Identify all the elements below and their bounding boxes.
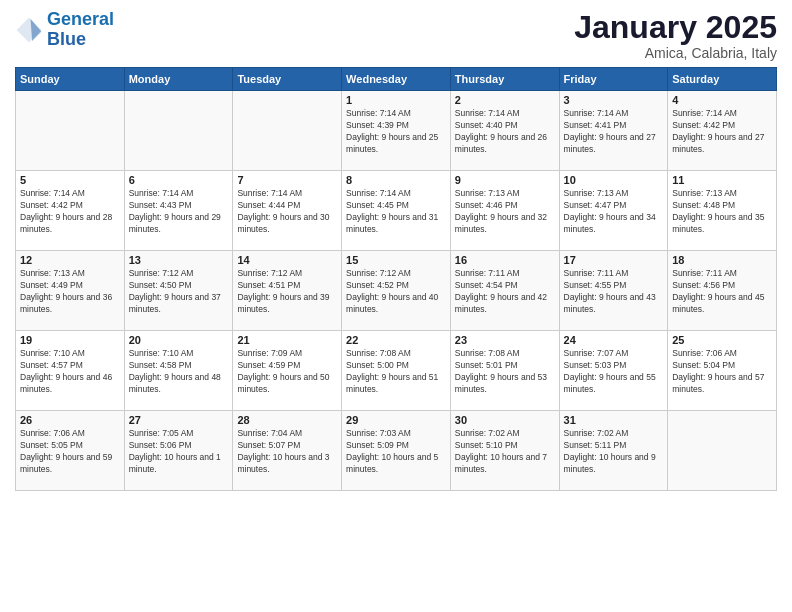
weekday-header-friday: Friday (559, 68, 668, 91)
calendar-cell: 26Sunrise: 7:06 AM Sunset: 5:05 PM Dayli… (16, 411, 125, 491)
svg-marker-1 (31, 19, 42, 41)
day-info: Sunrise: 7:14 AM Sunset: 4:41 PM Dayligh… (564, 108, 664, 156)
calendar-cell: 16Sunrise: 7:11 AM Sunset: 4:54 PM Dayli… (450, 251, 559, 331)
day-info: Sunrise: 7:14 AM Sunset: 4:40 PM Dayligh… (455, 108, 555, 156)
day-number: 4 (672, 94, 772, 106)
calendar-cell: 24Sunrise: 7:07 AM Sunset: 5:03 PM Dayli… (559, 331, 668, 411)
day-info: Sunrise: 7:14 AM Sunset: 4:43 PM Dayligh… (129, 188, 229, 236)
week-row-4: 19Sunrise: 7:10 AM Sunset: 4:57 PM Dayli… (16, 331, 777, 411)
day-info: Sunrise: 7:06 AM Sunset: 5:04 PM Dayligh… (672, 348, 772, 396)
calendar-cell: 3Sunrise: 7:14 AM Sunset: 4:41 PM Daylig… (559, 91, 668, 171)
calendar-table: SundayMondayTuesdayWednesdayThursdayFrid… (15, 67, 777, 491)
day-info: Sunrise: 7:12 AM Sunset: 4:50 PM Dayligh… (129, 268, 229, 316)
calendar-cell: 15Sunrise: 7:12 AM Sunset: 4:52 PM Dayli… (342, 251, 451, 331)
page: General Blue January 2025 Amica, Calabri… (0, 0, 792, 612)
calendar-cell (16, 91, 125, 171)
day-number: 30 (455, 414, 555, 426)
weekday-header-tuesday: Tuesday (233, 68, 342, 91)
calendar-cell: 19Sunrise: 7:10 AM Sunset: 4:57 PM Dayli… (16, 331, 125, 411)
calendar-cell: 25Sunrise: 7:06 AM Sunset: 5:04 PM Dayli… (668, 331, 777, 411)
day-info: Sunrise: 7:02 AM Sunset: 5:11 PM Dayligh… (564, 428, 664, 476)
weekday-header-thursday: Thursday (450, 68, 559, 91)
calendar-cell: 29Sunrise: 7:03 AM Sunset: 5:09 PM Dayli… (342, 411, 451, 491)
calendar-cell: 23Sunrise: 7:08 AM Sunset: 5:01 PM Dayli… (450, 331, 559, 411)
calendar-cell (124, 91, 233, 171)
calendar-cell (233, 91, 342, 171)
calendar-cell: 30Sunrise: 7:02 AM Sunset: 5:10 PM Dayli… (450, 411, 559, 491)
week-row-2: 5Sunrise: 7:14 AM Sunset: 4:42 PM Daylig… (16, 171, 777, 251)
day-number: 1 (346, 94, 446, 106)
day-number: 26 (20, 414, 120, 426)
weekday-header-sunday: Sunday (16, 68, 125, 91)
calendar-cell: 18Sunrise: 7:11 AM Sunset: 4:56 PM Dayli… (668, 251, 777, 331)
day-number: 20 (129, 334, 229, 346)
calendar-cell: 5Sunrise: 7:14 AM Sunset: 4:42 PM Daylig… (16, 171, 125, 251)
weekday-header-wednesday: Wednesday (342, 68, 451, 91)
day-number: 6 (129, 174, 229, 186)
calendar-cell: 22Sunrise: 7:08 AM Sunset: 5:00 PM Dayli… (342, 331, 451, 411)
day-number: 12 (20, 254, 120, 266)
calendar-cell: 17Sunrise: 7:11 AM Sunset: 4:55 PM Dayli… (559, 251, 668, 331)
day-info: Sunrise: 7:08 AM Sunset: 5:00 PM Dayligh… (346, 348, 446, 396)
day-info: Sunrise: 7:13 AM Sunset: 4:47 PM Dayligh… (564, 188, 664, 236)
day-info: Sunrise: 7:14 AM Sunset: 4:45 PM Dayligh… (346, 188, 446, 236)
day-number: 5 (20, 174, 120, 186)
day-number: 27 (129, 414, 229, 426)
calendar-cell: 7Sunrise: 7:14 AM Sunset: 4:44 PM Daylig… (233, 171, 342, 251)
day-number: 24 (564, 334, 664, 346)
calendar-cell: 21Sunrise: 7:09 AM Sunset: 4:59 PM Dayli… (233, 331, 342, 411)
day-info: Sunrise: 7:03 AM Sunset: 5:09 PM Dayligh… (346, 428, 446, 476)
day-number: 31 (564, 414, 664, 426)
calendar-cell: 11Sunrise: 7:13 AM Sunset: 4:48 PM Dayli… (668, 171, 777, 251)
calendar-cell: 1Sunrise: 7:14 AM Sunset: 4:39 PM Daylig… (342, 91, 451, 171)
calendar-cell: 27Sunrise: 7:05 AM Sunset: 5:06 PM Dayli… (124, 411, 233, 491)
day-info: Sunrise: 7:14 AM Sunset: 4:39 PM Dayligh… (346, 108, 446, 156)
calendar-cell: 12Sunrise: 7:13 AM Sunset: 4:49 PM Dayli… (16, 251, 125, 331)
logo: General Blue (15, 10, 114, 50)
calendar-cell: 20Sunrise: 7:10 AM Sunset: 4:58 PM Dayli… (124, 331, 233, 411)
day-number: 11 (672, 174, 772, 186)
day-info: Sunrise: 7:05 AM Sunset: 5:06 PM Dayligh… (129, 428, 229, 476)
calendar-cell: 14Sunrise: 7:12 AM Sunset: 4:51 PM Dayli… (233, 251, 342, 331)
day-number: 7 (237, 174, 337, 186)
day-info: Sunrise: 7:14 AM Sunset: 4:42 PM Dayligh… (20, 188, 120, 236)
calendar-cell: 4Sunrise: 7:14 AM Sunset: 4:42 PM Daylig… (668, 91, 777, 171)
day-info: Sunrise: 7:07 AM Sunset: 5:03 PM Dayligh… (564, 348, 664, 396)
day-number: 3 (564, 94, 664, 106)
day-number: 15 (346, 254, 446, 266)
day-number: 8 (346, 174, 446, 186)
day-info: Sunrise: 7:14 AM Sunset: 4:42 PM Dayligh… (672, 108, 772, 156)
day-number: 29 (346, 414, 446, 426)
month-title: January 2025 (574, 10, 777, 45)
weekday-header-monday: Monday (124, 68, 233, 91)
day-number: 22 (346, 334, 446, 346)
day-info: Sunrise: 7:10 AM Sunset: 4:58 PM Dayligh… (129, 348, 229, 396)
day-info: Sunrise: 7:04 AM Sunset: 5:07 PM Dayligh… (237, 428, 337, 476)
title-block: January 2025 Amica, Calabria, Italy (574, 10, 777, 61)
day-info: Sunrise: 7:13 AM Sunset: 4:49 PM Dayligh… (20, 268, 120, 316)
day-info: Sunrise: 7:13 AM Sunset: 4:46 PM Dayligh… (455, 188, 555, 236)
calendar-cell: 13Sunrise: 7:12 AM Sunset: 4:50 PM Dayli… (124, 251, 233, 331)
day-number: 28 (237, 414, 337, 426)
calendar-cell (668, 411, 777, 491)
day-info: Sunrise: 7:02 AM Sunset: 5:10 PM Dayligh… (455, 428, 555, 476)
day-number: 21 (237, 334, 337, 346)
day-info: Sunrise: 7:11 AM Sunset: 4:56 PM Dayligh… (672, 268, 772, 316)
day-info: Sunrise: 7:14 AM Sunset: 4:44 PM Dayligh… (237, 188, 337, 236)
header: General Blue January 2025 Amica, Calabri… (15, 10, 777, 61)
calendar-cell: 6Sunrise: 7:14 AM Sunset: 4:43 PM Daylig… (124, 171, 233, 251)
logo-text: General Blue (47, 10, 114, 50)
day-info: Sunrise: 7:11 AM Sunset: 4:54 PM Dayligh… (455, 268, 555, 316)
day-number: 9 (455, 174, 555, 186)
calendar-cell: 28Sunrise: 7:04 AM Sunset: 5:07 PM Dayli… (233, 411, 342, 491)
day-number: 16 (455, 254, 555, 266)
calendar-cell: 2Sunrise: 7:14 AM Sunset: 4:40 PM Daylig… (450, 91, 559, 171)
week-row-5: 26Sunrise: 7:06 AM Sunset: 5:05 PM Dayli… (16, 411, 777, 491)
weekday-header-saturday: Saturday (668, 68, 777, 91)
day-number: 23 (455, 334, 555, 346)
day-info: Sunrise: 7:08 AM Sunset: 5:01 PM Dayligh… (455, 348, 555, 396)
day-info: Sunrise: 7:12 AM Sunset: 4:52 PM Dayligh… (346, 268, 446, 316)
day-number: 10 (564, 174, 664, 186)
day-number: 17 (564, 254, 664, 266)
day-number: 19 (20, 334, 120, 346)
